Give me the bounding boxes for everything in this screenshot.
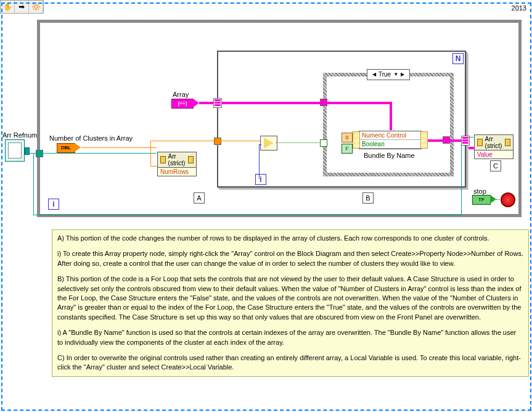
property-pin-icon [505,139,510,146]
property-node-value[interactable]: Arr (strict) Value [474,134,514,159]
comment-p3: B) This portion of the code is a For Loo… [57,274,523,322]
bundle-right-terminal [420,131,428,149]
case-selector-terminal [320,139,327,147]
stop-control[interactable]: TF [472,195,491,205]
wire-orange [150,141,217,141]
bundle-caption: Bundle By Name [364,152,415,159]
wire-orange [221,141,260,141]
wire-teal [42,153,157,154]
wire-pink [469,147,475,148]
numeric-constant[interactable]: 0 [342,133,353,142]
region-label-a: A [194,192,205,204]
compare-triangle-icon [264,138,274,149]
case-dropdown-icon[interactable]: ▼ [393,70,398,80]
region-label-c: C [490,160,501,171]
for-loop-i: i [255,174,266,185]
property-head-label: Arr (strict) [485,136,503,149]
case-left-arrow-icon[interactable]: ◀ [372,70,376,80]
property-row-value: Value [475,150,513,159]
bundle-left-terminal [353,131,360,149]
wire-teal [33,215,461,215]
comment-box: A) This portion of the code changes the … [52,229,529,377]
num-clusters-terminal [75,143,81,152]
case-right-arrow-icon[interactable]: ▶ [401,70,404,80]
region-label-b: B [362,192,374,204]
autoindex-tunnel [461,136,470,146]
autoindex-tunnel [213,98,222,108]
stop-label: stop [473,187,486,195]
array-terminal [193,99,199,107]
wire-blue [259,144,260,179]
property-pin-icon [477,139,483,146]
property-head-label: Arr (strict) [168,153,186,167]
wire-orange [150,141,151,147]
wire-orange [150,147,151,166]
num-clusters-control[interactable]: DBL [57,143,75,153]
wire-green [496,199,501,200]
property-pin-icon [160,156,166,163]
case-structure: ◀ True ▼ ▶ [323,73,454,176]
comment-p2: i) To create this Array property node, s… [57,249,523,268]
tunnel-teal [36,150,43,157]
arr-refnum-control[interactable] [5,139,25,162]
bundle-row-numeric: Numeric Control [359,131,421,140]
comment-p5: C) In order to overwrite the original co… [57,353,523,373]
case-selector[interactable]: ◀ True ▼ ▶ [367,69,410,80]
wire-blue [259,144,261,145]
array-label: Array [173,91,189,98]
for-loop-n: N [452,53,464,64]
wire-pink [390,102,391,130]
stop-terminal [490,195,496,204]
bundle-by-name[interactable]: Numeric Control Boolean [359,131,422,149]
property-node-numrows[interactable]: Arr (strict) NumRows [157,152,197,176]
arr-refnum-label: Arr Refnum [2,131,37,139]
case-value: True [379,70,391,80]
property-row-numrows: NumRows [158,168,196,176]
num-clusters-label: Number of Clusters in Array [49,134,133,142]
while-loop-i: i [48,199,59,210]
wire-green [276,142,323,144]
year-label: 2013 [512,4,526,12]
boolean-constant[interactable]: F [342,144,353,154]
comment-p4: i) A "Bundle By Name" function is used s… [57,328,523,347]
array-control[interactable]: [≡≡] [171,99,194,109]
wire-pink [222,102,323,103]
stop-button-icon [501,192,515,207]
wire-orange [150,166,157,167]
wire-pink [428,139,444,141]
wire-teal [33,153,34,215]
wire-orange [81,147,157,148]
property-pin-icon [188,156,194,163]
wire-pink [327,102,391,103]
comment-p1: A) This portion of the code changes the … [57,234,523,243]
compare-function[interactable] [260,136,277,150]
wire-pink [449,139,461,141]
wire-teal [461,137,462,215]
tunnel-orange [214,138,221,145]
bundle-row-boolean: Boolean [359,140,421,149]
